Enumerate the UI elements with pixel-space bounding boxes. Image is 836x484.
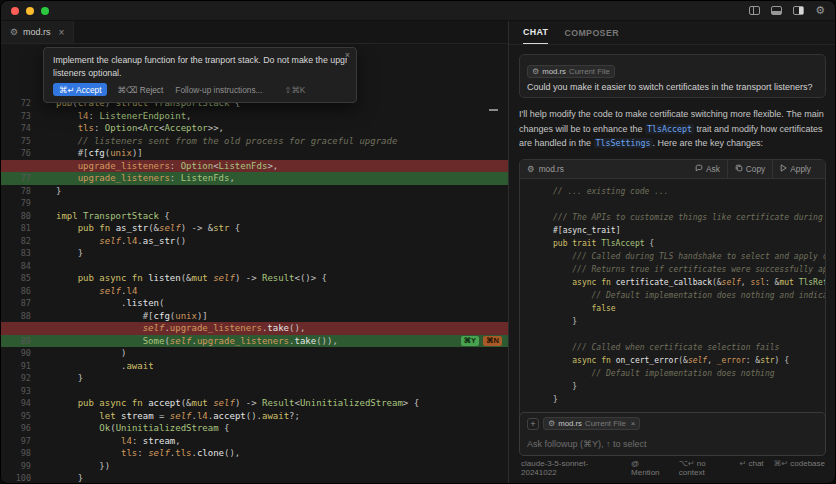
code-text: async fn certificate_callback(&self, ssl… — [528, 276, 826, 289]
mention-button[interactable]: @ Mention — [631, 459, 669, 477]
add-context-button[interactable]: + — [527, 418, 539, 430]
fold-marker-icon[interactable] — [489, 109, 498, 111]
code-line[interactable]: 94 pub async fn accept(&mut self) -> Res… — [1, 397, 508, 410]
code-line[interactable]: 95 let stream = self.l4.accept().await?; — [1, 410, 508, 423]
code-line[interactable]: 98 tls: self.tls.clone(), — [1, 447, 508, 460]
model-selector[interactable]: claude-3-5-sonnet-20241022 — [521, 459, 621, 477]
traffic-light[interactable] — [11, 7, 19, 15]
code-text: } — [31, 185, 61, 198]
code-line[interactable]: 97 l4: stream, — [1, 435, 508, 448]
toggle-right-panel-icon[interactable] — [793, 6, 804, 15]
accept-button[interactable]: ⌘↵ Accept — [53, 83, 107, 96]
code-line[interactable]: 80impl TransportStack { — [1, 210, 508, 223]
diff-hunk-badges: ⌘Y⌘N — [461, 336, 502, 346]
reject-button[interactable]: ⌘⌫ Reject — [117, 85, 163, 95]
code-line[interactable]: 73 l4: ListenerEndpoint, — [1, 110, 508, 123]
code-line: } — [528, 315, 817, 328]
line-number: 94 — [1, 397, 31, 410]
code-text: l4: ListenerEndpoint, — [31, 110, 192, 123]
code-line[interactable]: 86 self.l4 — [1, 285, 508, 298]
code-text: self.l4.as_str() — [31, 235, 186, 248]
line-number: 87 — [1, 297, 31, 310]
code-line: // Default implementation does nothing — [528, 367, 817, 380]
rust-file-icon: ⚙ — [527, 164, 535, 174]
code-line[interactable]: 75 // listeners sent from the old proces… — [1, 135, 508, 148]
code-text: pub async fn accept(&mut self) -> Result… — [31, 397, 419, 410]
code-line[interactable]: 100 } — [1, 472, 508, 484]
inline-code-ref[interactable]: TlsAccept — [645, 124, 694, 134]
followup-instructions-button[interactable]: Follow-up instructions... — [175, 85, 262, 95]
code-line[interactable]: 91 .await — [1, 360, 508, 373]
line-number: 88 — [1, 310, 31, 323]
code-line[interactable]: 82 self.l4.as_str() — [1, 235, 508, 248]
line-number: 72 — [1, 97, 31, 110]
code-line[interactable]: 79 — [1, 197, 508, 210]
assistant-text: are handled in the — [519, 138, 594, 148]
line-number — [1, 160, 31, 173]
editor-tabbar: ⚙ mod.rs × — [1, 21, 508, 44]
followup-shortcut: ⇧⌘K — [284, 85, 305, 95]
code-line[interactable]: 85 pub async fn listen(&mut self) -> Res… — [1, 272, 508, 285]
code-line: } — [528, 393, 817, 406]
shortcut-hint: ⌘↵codebase — [774, 459, 825, 477]
chat-pane: CHAT COMPOSER ⚙ mod.rs Current File Coul… — [508, 21, 835, 484]
current-file-chip[interactable]: ⚙ mod.rs Current File × — [543, 417, 640, 430]
accept-hunk-badge[interactable]: ⌘Y — [461, 336, 480, 346]
code-line[interactable]: 78} — [1, 185, 508, 198]
code-text: Ok(UninitializedStream { — [31, 422, 229, 435]
ask-icon — [695, 164, 703, 174]
code-line[interactable]: 88 #[cfg(unix)] — [1, 310, 508, 323]
chip-close-icon[interactable]: × — [631, 419, 636, 428]
toggle-left-panel-icon[interactable] — [749, 6, 760, 15]
chat-input-card: + ⚙ mod.rs Current File × — [519, 412, 826, 456]
followup-input[interactable] — [527, 439, 818, 449]
current-file-chip[interactable]: ⚙ mod.rs Current File — [527, 65, 615, 78]
code-editor[interactable]: 72pub(crate) struct TransportStack {73 l… — [1, 45, 508, 484]
assistant-text: changes will be to enhance the — [519, 124, 645, 134]
line-number: 73 — [1, 110, 31, 123]
inline-code-ref[interactable]: TlsSettings — [594, 138, 653, 148]
code-line[interactable]: 87 .listen( — [1, 297, 508, 310]
code-line[interactable]: 76 #[cfg(unix)] — [1, 147, 508, 160]
apply-button[interactable]: Apply — [772, 160, 818, 178]
code-line[interactable]: 83 } — [1, 247, 508, 260]
code-text: /// Called when certificate selection fa… — [528, 341, 779, 354]
chip-file-label: mod.rs — [542, 67, 566, 76]
diff-removed-line[interactable]: upgrade_listeners: Option<ListenFds>, — [1, 160, 508, 173]
code-line[interactable]: 90 ) — [1, 347, 508, 360]
copy-button[interactable]: Copy — [727, 160, 772, 178]
code-line[interactable]: 92 } — [1, 372, 508, 385]
line-number: 89 — [1, 335, 31, 348]
widget-close-icon[interactable]: × — [345, 50, 350, 60]
code-line[interactable]: 74 tls: Option<Arc<Acceptor>>, — [1, 122, 508, 135]
tab-mod-rs[interactable]: ⚙ mod.rs × — [1, 21, 74, 43]
code-line[interactable]: 93 — [1, 385, 508, 398]
tab-composer[interactable]: COMPOSER — [564, 21, 619, 44]
code-line[interactable]: 99 }) — [1, 460, 508, 473]
diff-removed-line[interactable]: self.upgrade_listeners.take(), — [1, 322, 508, 335]
widget-message: Implement the cleanup function for the t… — [53, 54, 347, 79]
traffic-lights — [11, 7, 49, 15]
diff-added-line[interactable]: 77 upgrade_listeners: ListenFds, — [1, 172, 508, 185]
line-number: 85 — [1, 272, 31, 285]
code-line: // ... existing code ... — [528, 185, 817, 198]
tab-chat[interactable]: CHAT — [523, 21, 548, 44]
tab-close-icon[interactable]: × — [59, 27, 65, 38]
code-text: pub async fn listen(&mut self) -> Result… — [31, 272, 327, 285]
diff-added-line[interactable]: 89 Some(self.upgrade_listeners.take()),⌘… — [1, 335, 508, 348]
code-line[interactable]: 81 pub fn as_str(&self) -> &str { — [1, 222, 508, 235]
code-line[interactable]: 96 Ok(UninitializedStream { — [1, 422, 508, 435]
code-text: self.l4 — [31, 285, 137, 298]
code-text: self.upgrade_listeners.take(), — [31, 322, 305, 335]
code-text: #[cfg(unix)] — [31, 310, 208, 323]
toggle-bottom-panel-icon[interactable] — [771, 6, 782, 15]
reject-hunk-badge[interactable]: ⌘N — [483, 336, 502, 346]
traffic-light[interactable] — [41, 7, 49, 15]
line-number: 80 — [1, 210, 31, 223]
code-line[interactable]: 84 — [1, 260, 508, 273]
ask-button[interactable]: Ask — [688, 160, 727, 178]
settings-gear-icon[interactable]: ⚙ — [815, 6, 825, 15]
code-text: async fn on_cert_error(&self, _error: &s… — [528, 354, 789, 367]
line-number: 92 — [1, 372, 31, 385]
traffic-light[interactable] — [26, 7, 34, 15]
